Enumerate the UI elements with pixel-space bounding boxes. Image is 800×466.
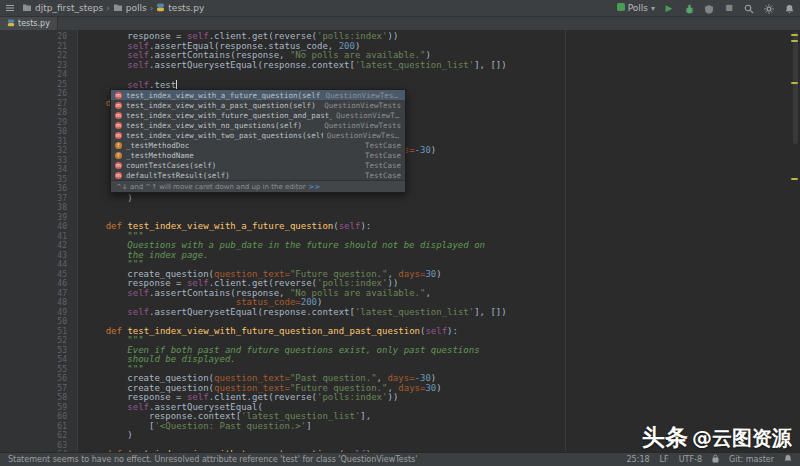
warning-stripe-mark[interactable]: [791, 82, 798, 84]
code-token: ): [431, 373, 436, 383]
line-number: 27: [0, 99, 67, 109]
run-button[interactable]: ▶: [663, 2, 675, 14]
completion-type: TestCase: [365, 171, 401, 180]
completion-item[interactable]: mtest_index_view_with_a_future_question(…: [111, 90, 405, 100]
warning-stripe-mark[interactable]: [791, 34, 798, 36]
stop-button[interactable]: ■: [723, 2, 735, 14]
line-number: 21: [0, 42, 67, 52]
code-token: 'polls:index': [317, 392, 387, 402]
chevron-down-icon: ▾: [651, 4, 655, 13]
main-menu-icon[interactable]: [5, 3, 15, 13]
completion-list: mtest_index_view_with_a_future_question(…: [111, 90, 405, 180]
code-token: ):: [447, 326, 458, 336]
code-token: response.context[: [84, 411, 241, 421]
code-token: .assertQuerysetEqual(response.context[: [149, 307, 355, 317]
code-token: create_question(: [84, 373, 214, 383]
completion-item[interactable]: mtest_index_view_with_future_question_an…: [111, 110, 405, 120]
breadcrumb-file[interactable]: tests.py: [154, 3, 206, 14]
notifications-button[interactable]: [783, 2, 795, 14]
code-token: .assertContains(response,: [149, 288, 290, 298]
completion-label: test_index_view_with_no_questions(self): [126, 121, 302, 130]
code-line[interactable]: the index page.: [84, 251, 800, 261]
completion-label: _testMethodName: [126, 151, 194, 160]
line-separator[interactable]: LF: [660, 455, 669, 464]
line-number: 59: [0, 403, 67, 413]
code-token: .assertQuerysetEqual(response.context[: [149, 60, 355, 70]
warning-stripe-mark[interactable]: [791, 40, 798, 42]
editor-tab-tests-py[interactable]: tests.py: [0, 17, 58, 30]
line-number: 20: [0, 32, 67, 42]
code-line[interactable]: [84, 70, 800, 80]
method-icon: m: [115, 172, 122, 179]
code-token: self: [127, 50, 149, 60]
completion-item[interactable]: f_testMethodNameTestCase: [111, 150, 405, 160]
watermark-handle: @云图资源: [692, 425, 792, 452]
bell-icon: [785, 0, 794, 18]
code-token: ): [436, 269, 441, 279]
chevron-right-icon: ›: [150, 3, 154, 13]
breadcrumb-polls[interactable]: polls: [111, 3, 149, 14]
warning-stripe-mark[interactable]: [791, 178, 798, 180]
code-token: ], []): [474, 307, 507, 317]
line-number: 44: [0, 260, 67, 270]
code-token: test_index_view_with_a_future_question: [127, 221, 333, 231]
search-everywhere-button[interactable]: [743, 2, 755, 14]
file-encoding[interactable]: UTF-8: [679, 455, 702, 464]
completion-item[interactable]: mtest_index_view_with_a_past_question(se…: [111, 100, 405, 110]
run-configuration-select[interactable]: Polls ▾: [617, 3, 655, 13]
code-line[interactable]: def test_index_view_with_a_future_questi…: [84, 222, 800, 232]
code-line[interactable]: self.assertQuerysetEqual(response.contex…: [84, 308, 800, 318]
bell-icon[interactable]: [784, 454, 792, 465]
caret-position[interactable]: 25:18: [627, 455, 650, 464]
completion-item[interactable]: f_testMethodDocTestCase: [111, 140, 405, 150]
debug-button[interactable]: [683, 2, 695, 14]
code-token: status_code=: [236, 297, 301, 307]
run-with-coverage-button[interactable]: [703, 2, 715, 14]
completion-type: QuestionViewTests: [327, 131, 401, 140]
watermark: 头条 @云图资源: [642, 422, 792, 453]
code-line[interactable]: ): [84, 194, 800, 204]
code-token: [84, 50, 127, 60]
line-number: 28: [0, 108, 67, 118]
bug-icon: [685, 0, 694, 18]
code-token: ): [84, 430, 133, 440]
breadcrumb-label: tests.py: [168, 3, 204, 13]
code-token: ]: [306, 421, 311, 431]
code-token: create_question(: [84, 269, 214, 279]
code-line[interactable]: should be displayed.: [84, 355, 800, 365]
code-line[interactable]: self.test: [84, 80, 800, 90]
code-token: ):: [360, 221, 371, 231]
settings-button[interactable]: [763, 2, 775, 14]
error-stripe[interactable]: [790, 30, 800, 452]
code-token: [: [84, 421, 154, 431]
code-line[interactable]: def test_index_view_with_future_question…: [84, 327, 800, 337]
code-token: -30: [415, 373, 431, 383]
git-branch[interactable]: Git: master: [729, 455, 774, 464]
line-number: 34: [0, 165, 67, 175]
code-token: Even if both past and future questions e…: [84, 345, 480, 355]
code-token: '<Question: Past question.>': [154, 421, 306, 431]
line-number: 54: [0, 355, 67, 365]
hint-more-link[interactable]: >>: [309, 183, 321, 191]
completion-item[interactable]: mtest_index_view_with_two_past_questions…: [111, 130, 405, 140]
completion-item[interactable]: mdefaultTestResult(self)TestCase: [111, 170, 405, 180]
code-token: self: [127, 288, 149, 298]
line-number: 25: [0, 80, 67, 90]
line-number: 24: [0, 70, 67, 80]
line-number: 43: [0, 251, 67, 261]
completion-item[interactable]: mcountTestCases(self)TestCase: [111, 160, 405, 170]
breadcrumb-project[interactable]: djtp_first_steps: [20, 3, 105, 14]
status-bar: Statement seems to have no effect. Unres…: [0, 452, 800, 466]
completion-hint: ^↓ and ^↑ will move caret down and up in…: [111, 180, 405, 192]
completion-item[interactable]: mtest_index_view_with_no_questions(self)…: [111, 120, 405, 130]
right-margin-guide: [565, 30, 566, 452]
code-line[interactable]: self.assertQuerysetEqual(response.contex…: [84, 61, 800, 71]
scrollbar-thumb[interactable]: [793, 32, 798, 144]
folder-icon: [22, 3, 32, 14]
code-token: self: [187, 31, 209, 41]
lock-icon[interactable]: [712, 454, 719, 465]
coverage-shield-icon: [705, 0, 713, 18]
hint-text: ^↓ and ^↑ will move caret down and up in…: [116, 183, 306, 191]
code-line[interactable]: [84, 203, 800, 213]
completion-label: test_index_view_with_a_past_question(sel…: [126, 101, 316, 110]
